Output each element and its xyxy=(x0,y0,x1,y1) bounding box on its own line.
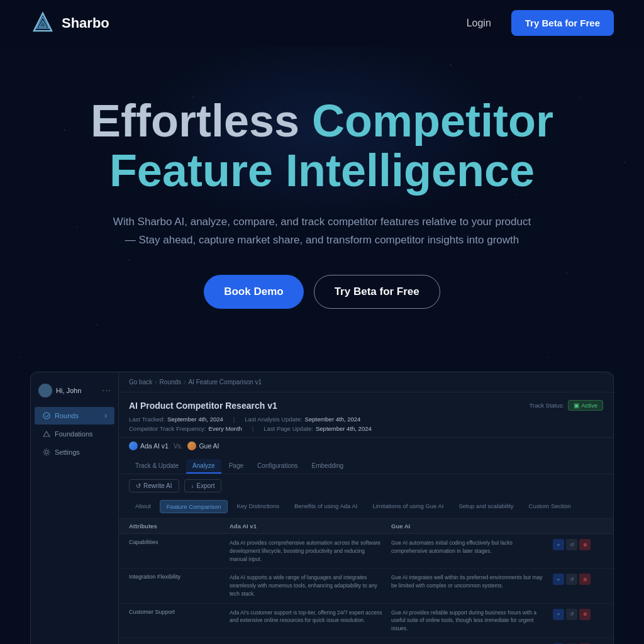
rewrite-ai-button[interactable]: ↺ Rewrite AI xyxy=(129,479,179,492)
competitors-row: Ada AI v1 Vs. Gue AI xyxy=(119,438,613,455)
breadcrumb-back[interactable]: Go back xyxy=(129,379,152,386)
row-actions-2: « ↺ ⊗ xyxy=(553,574,603,585)
subtab-key-distinctions[interactable]: Key Distinctions xyxy=(230,500,286,513)
sidebar-menu-icon[interactable]: ⋯ xyxy=(102,386,111,396)
project-title: AI Product Competitor Research v1 xyxy=(129,401,277,411)
sidebar-username: Hi, John xyxy=(56,387,102,394)
breadcrumb-current: AI Feature Comparison v1 xyxy=(188,379,262,386)
status-badge: ▣Active xyxy=(568,400,603,411)
app-tabs: Track & Update Analyze Page Configuratio… xyxy=(119,455,613,474)
breadcrumb-sep1: › xyxy=(155,379,157,386)
tab-analyze[interactable]: Analyze xyxy=(186,459,221,474)
breadcrumb-sep2: › xyxy=(184,379,186,386)
comp2-icon xyxy=(187,441,196,450)
logo-area: Sharbo xyxy=(30,11,109,36)
table-row: Capabilities Ada AI provides comprehensi… xyxy=(119,534,613,569)
row-action-btn-blue-1[interactable]: « xyxy=(553,539,564,550)
sidebar-item-rounds[interactable]: Rounds › xyxy=(35,407,114,425)
subtab-benefits[interactable]: Benefits of using Ada AI xyxy=(288,500,364,513)
comp2-label: Gue AI xyxy=(199,442,219,450)
meta-last-tracked: Last Tracked: September 4th, 2024 xyxy=(129,416,223,423)
logo-icon xyxy=(30,11,55,36)
login-button[interactable]: Login xyxy=(467,18,491,29)
meta-last-analysis: Last Analysis Update: September 4th, 202… xyxy=(245,416,360,423)
rewrite-ai-label: Rewrite AI xyxy=(143,482,172,489)
svg-point-4 xyxy=(45,451,48,454)
comp1-label: Ada AI v1 xyxy=(140,442,169,450)
subtab-custom[interactable]: Custom Section xyxy=(523,500,577,513)
subtab-about[interactable]: About xyxy=(129,500,157,513)
last-tracked-label: Last Tracked: xyxy=(129,416,165,423)
row-ada-3: Ada AI's customer support is top-tier, o… xyxy=(230,609,391,625)
headline-word-effortless: Effortless xyxy=(91,96,299,146)
avatar xyxy=(38,384,52,397)
sidebar-foundations-label: Foundations xyxy=(55,430,93,438)
rewrite-ai-icon: ↺ xyxy=(136,482,141,489)
hero-buttons: Book Demo Try Beta for Free xyxy=(30,275,614,309)
col-gue: Gue AI xyxy=(391,523,553,530)
headline-word-competitor2: Competitor xyxy=(312,96,553,146)
breadcrumb: Go back › Rounds › AI Feature Comparison… xyxy=(119,372,613,392)
row-action-btn-gray-1[interactable]: ↺ xyxy=(566,539,577,550)
track-status: Track Status: ▣Active xyxy=(530,400,603,411)
settings-icon xyxy=(42,448,51,457)
row-action-btn-blue-2[interactable]: « xyxy=(553,574,564,585)
project-header: AI Product Competitor Research v1 Track … xyxy=(119,392,613,438)
row-gue-2: Gue AI integrates well within its prefer… xyxy=(391,574,553,590)
table-row: Customer Support Ada AI's customer suppo… xyxy=(119,604,613,638)
hero-subheadline: With Sharbo AI, analyze, compare, and tr… xyxy=(108,213,536,250)
row-attr-1: Capabilities xyxy=(129,539,230,545)
tab-page[interactable]: Page xyxy=(223,459,250,474)
svg-point-3 xyxy=(43,413,50,419)
tab-track-update[interactable]: Track & Update xyxy=(129,459,185,474)
nav-cta-button[interactable]: Try Beta for Free xyxy=(511,10,614,36)
try-beta-button[interactable]: Try Beta for Free xyxy=(314,275,440,309)
subtab-setup[interactable]: Setup and scalability xyxy=(452,500,519,513)
vs-text: Vs. xyxy=(174,443,182,450)
nav-right: Login Try Beta for Free xyxy=(467,10,614,36)
app-main: Go back › Rounds › AI Feature Comparison… xyxy=(119,372,613,644)
sidebar-item-settings[interactable]: Settings xyxy=(35,443,114,461)
last-analysis-label: Last Analysis Update: xyxy=(245,416,302,423)
track-status-label: Track Status: xyxy=(530,402,565,409)
row-action-btn-blue-3[interactable]: « xyxy=(553,609,564,620)
last-tracked-value: September 4th, 2024 xyxy=(167,416,223,423)
subtab-limitations[interactable]: Limitations of using Gue AI xyxy=(366,500,450,513)
frequency-value: Every Month xyxy=(209,425,242,432)
sub-tabs: About Feature Comparison Key Distinction… xyxy=(119,497,613,519)
foundations-icon xyxy=(42,430,51,438)
project-meta: Last Tracked: September 4th, 2024 | Last… xyxy=(129,416,603,423)
data-table: Attributes Ada AI v1 Gue AI Capabilities… xyxy=(119,519,613,644)
sidebar-header: Hi, John ⋯ xyxy=(31,380,118,406)
export-icon: ↓ xyxy=(191,482,194,489)
col-attributes: Attributes xyxy=(129,523,230,530)
sidebar-settings-label: Settings xyxy=(55,448,80,456)
row-action-btn-red-3[interactable]: ⊗ xyxy=(579,609,591,620)
book-demo-button[interactable]: Book Demo xyxy=(204,275,303,309)
table-row: Integration Flexibility Ada AI supports … xyxy=(119,569,613,603)
col-actions xyxy=(553,523,603,530)
comp1-icon xyxy=(129,441,138,450)
app-screenshot: Hi, John ⋯ Rounds › Foundations Settings… xyxy=(30,372,614,644)
frequency-label: Competitor Track Frequency: xyxy=(129,425,206,432)
tab-embedding-label: Embedding xyxy=(312,462,344,469)
export-button[interactable]: ↓ Export xyxy=(184,479,222,492)
row-action-btn-red-2[interactable]: ⊗ xyxy=(579,574,591,585)
breadcrumb-rounds[interactable]: Rounds xyxy=(160,379,181,386)
subtab-feature-comparison[interactable]: Feature Comparison xyxy=(160,500,228,513)
tab-track-update-label: Track & Update xyxy=(135,462,179,469)
navbar: Sharbo Login Try Beta for Free xyxy=(0,0,644,46)
project-meta-2: Competitor Track Frequency: Every Month … xyxy=(129,425,603,432)
sidebar-rounds-label: Rounds xyxy=(55,412,79,419)
row-action-btn-gray-3[interactable]: ↺ xyxy=(566,609,577,620)
last-page-label: Last Page Update: xyxy=(264,425,313,432)
row-action-btn-red-1[interactable]: ⊗ xyxy=(579,539,591,550)
project-title-row: AI Product Competitor Research v1 Track … xyxy=(129,400,603,411)
row-attr-2: Integration Flexibility xyxy=(129,574,230,580)
tab-embedding[interactable]: Embedding xyxy=(306,459,350,474)
meta-frequency: Competitor Track Frequency: Every Month xyxy=(129,425,242,432)
sidebar-item-foundations[interactable]: Foundations xyxy=(35,425,114,443)
tab-analyze-label: Analyze xyxy=(192,462,215,469)
row-action-btn-gray-2[interactable]: ↺ xyxy=(566,574,577,585)
tab-configurations[interactable]: Configurations xyxy=(251,459,304,474)
